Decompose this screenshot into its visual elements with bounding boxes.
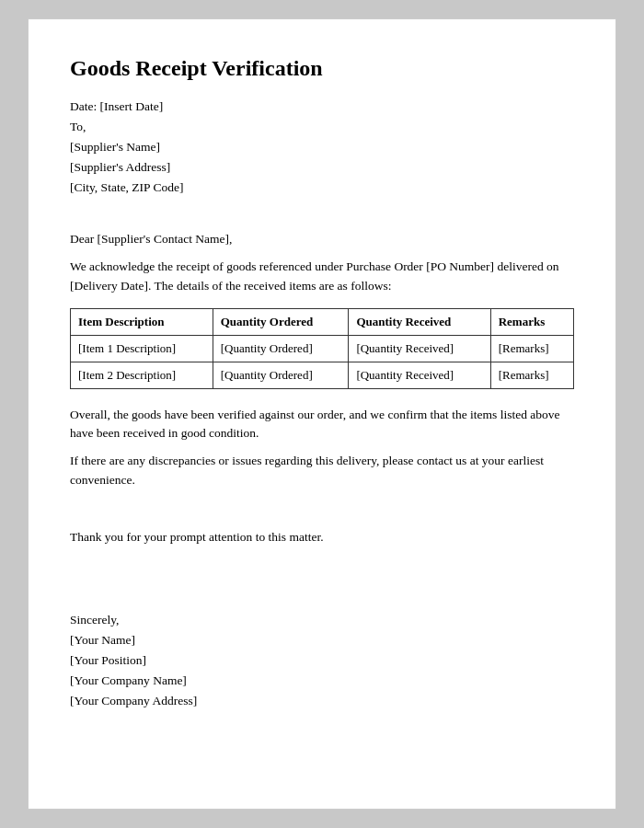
signer-address: [Your Company Address]	[70, 694, 574, 708]
col-header-quantity-ordered: Quantity Ordered	[213, 308, 349, 335]
col-header-quantity-received: Quantity Received	[349, 308, 490, 335]
table-cell: [Remarks]	[490, 335, 573, 362]
body-paragraph-4: Thank you for your prompt attention to t…	[70, 528, 574, 546]
signer-position: [Your Position]	[70, 653, 574, 668]
table-cell: [Quantity Received]	[349, 362, 490, 388]
table-cell: [Quantity Ordered]	[213, 362, 349, 388]
to-label: To,	[70, 120, 574, 134]
table-cell: [Remarks]	[490, 362, 573, 388]
table-header-row: Item Description Quantity Ordered Quanti…	[71, 308, 574, 335]
greeting: Dear [Supplier's Contact Name],	[70, 230, 574, 248]
signer-name: [Your Name]	[70, 633, 574, 648]
table-cell: [Item 1 Description]	[71, 335, 213, 362]
signer-company: [Your Company Name]	[70, 673, 574, 688]
supplier-address: [Supplier's Address]	[70, 160, 574, 175]
col-header-item-description: Item Description	[71, 308, 213, 335]
table-cell: [Quantity Received]	[349, 335, 490, 362]
date-line: Date: [Insert Date]	[70, 99, 574, 114]
document-container: Goods Receipt Verification Date: [Insert…	[28, 18, 616, 810]
table-row: [Item 2 Description][Quantity Ordered][Q…	[71, 362, 574, 388]
document-title: Goods Receipt Verification	[70, 56, 574, 81]
table-cell: [Quantity Ordered]	[213, 335, 349, 362]
table-row: [Item 1 Description][Quantity Ordered][Q…	[71, 335, 574, 362]
items-table-wrapper: Item Description Quantity Ordered Quanti…	[70, 308, 574, 389]
table-cell: [Item 2 Description]	[71, 362, 213, 388]
items-table: Item Description Quantity Ordered Quanti…	[70, 308, 574, 389]
body-paragraph-3: If there are any discrepancies or issues…	[70, 452, 574, 489]
supplier-name: [Supplier's Name]	[70, 140, 574, 155]
col-header-remarks: Remarks	[490, 308, 573, 335]
body-paragraph-1: We acknowledge the receipt of goods refe…	[70, 258, 574, 295]
signature-section: Sincerely, [Your Name] [Your Position] […	[70, 613, 574, 708]
body-paragraph-2: Overall, the goods have been verified ag…	[70, 406, 574, 443]
city-state-zip: [City, State, ZIP Code]	[70, 180, 574, 195]
sign-off: Sincerely,	[70, 613, 574, 627]
